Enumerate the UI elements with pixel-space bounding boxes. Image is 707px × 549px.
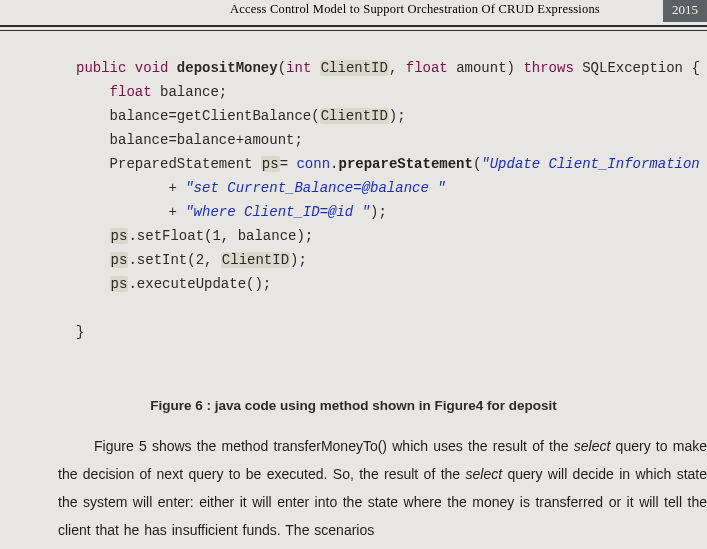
indent [76,84,110,100]
kw-throws: throws [523,60,573,76]
kw-float2: float [110,84,152,100]
line10a [76,276,110,292]
line9a [76,252,110,268]
line8c: .setFloat(1, balance); [128,228,313,244]
arg-clientid2: ClientID [221,252,290,268]
kw-int: int [286,60,311,76]
sp [311,60,319,76]
body-italic-select2: select [465,466,502,482]
kw-void: void [135,60,169,76]
line8a [76,228,110,244]
body-italic-select1: select [574,438,611,454]
header-rule-thin [0,30,707,31]
line3c: ); [389,108,406,124]
sp [168,60,176,76]
page: Access Control Model to Support Orchestr… [0,0,707,549]
line5c: = [280,156,297,172]
kw-public: public [76,60,126,76]
kw-float: float [406,60,448,76]
line9e: ); [290,252,307,268]
header-rule-thick [0,25,707,27]
line7c: ); [370,204,387,220]
param-clientid: ClientID [320,60,389,76]
line3a: balance=getClientBalance( [76,108,320,124]
sql-str1: "Update Client_Information " [481,156,707,172]
param-amount: amount) [448,60,524,76]
var-ps3: ps [110,252,129,268]
decl-balance: balance; [152,84,228,100]
comma: , [389,60,406,76]
body-paragraph: Figure 5 shows the method transferMoneyT… [58,432,707,544]
arg-clientid: ClientID [320,108,389,124]
close-brace: } [76,324,84,340]
line4: balance=balance+amount; [76,132,303,148]
line7a: + [76,204,185,220]
line5a: PreparedStatement [76,156,261,172]
var-ps4: ps [110,276,129,292]
figure-caption: Figure 6 : java code using method shown … [0,398,707,413]
body-p1a: Figure 5 shows the method transferMoneyT… [94,438,574,454]
method-name: depositMoney [177,60,278,76]
line9c: .setInt(2, [128,252,220,268]
line6a: + [76,180,185,196]
page-number-box: 2015 [663,0,707,22]
running-title-wrap: Access Control Model to Support Orchestr… [0,2,707,17]
sql-str2: "set Current_Balance=@balance " [185,180,445,196]
throws-tail: SQLException { [574,60,700,76]
call-prepare: prepareStatement [338,156,472,172]
paren: ( [278,60,286,76]
page-number: 2015 [672,2,698,17]
line10c: .executeUpdate(); [128,276,271,292]
running-title: Access Control Model to Support Orchestr… [230,2,600,17]
var-conn: conn [296,156,330,172]
var-ps: ps [261,156,280,172]
sql-str3: "where Client_ID=@id " [185,204,370,220]
sp [126,60,134,76]
code-listing: public void depositMoney(int ClientID, f… [76,56,707,344]
var-ps2: ps [110,228,129,244]
